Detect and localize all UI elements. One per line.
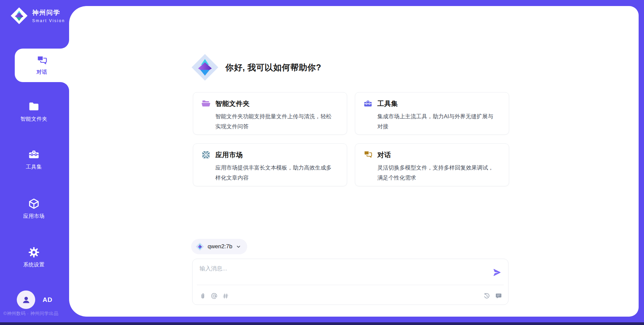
sidebar-item-smart-folders[interactable]: 智能文件夹 bbox=[0, 101, 68, 123]
history-icon bbox=[483, 292, 490, 300]
sidebar-item-label: 应用市场 bbox=[23, 213, 45, 220]
card-description: 智能文件夹功能支持批量文件上传与清洗，轻松实现文件问答 bbox=[215, 111, 335, 131]
toolbox-icon bbox=[28, 148, 40, 160]
history-button[interactable] bbox=[483, 292, 490, 300]
card-toolset[interactable]: 工具集 集成市场上主流工具，助力AI与外界无缝扩展与对接 bbox=[355, 92, 509, 135]
card-title: 智能文件夹 bbox=[215, 99, 250, 108]
app-root: 神州问学 Smart Vision 对话 智能文件夹 bbox=[0, 0, 644, 325]
sidebar-item-toolset[interactable]: 工具集 bbox=[0, 148, 68, 171]
main-panel: 你好, 我可以如何帮助你? 智能文件夹 智能文件夹功能支持批量文件上传与清洗，轻… bbox=[69, 6, 639, 317]
brand-subtitle: Smart Vision bbox=[32, 18, 65, 23]
brand-diamond-icon bbox=[10, 7, 28, 25]
model-name: qwen2:7b bbox=[208, 243, 232, 250]
model-selector[interactable]: qwen2:7b bbox=[191, 239, 247, 254]
user-initials: AD bbox=[43, 296, 52, 304]
composer-toolbar bbox=[199, 289, 502, 303]
chevron-down-icon bbox=[236, 244, 241, 249]
assistant-diamond-icon bbox=[191, 53, 219, 82]
toolbox-icon bbox=[363, 99, 373, 108]
tab-curve-top bbox=[60, 40, 69, 49]
sidebar-item-settings[interactable]: 系统设置 bbox=[0, 246, 68, 268]
gear-icon bbox=[28, 246, 40, 258]
mention-button[interactable] bbox=[211, 292, 218, 300]
brand: 神州问学 Smart Vision bbox=[10, 7, 65, 25]
chat-bubbles-icon bbox=[36, 55, 48, 66]
card-title: 对话 bbox=[377, 150, 391, 159]
cube-icon bbox=[28, 198, 40, 210]
send-button[interactable] bbox=[492, 267, 502, 277]
card-title: 工具集 bbox=[377, 99, 398, 108]
sidebar-item-app-market[interactable]: 应用市场 bbox=[0, 198, 68, 220]
user-profile[interactable]: AD bbox=[17, 290, 52, 309]
sidebar-item-label: 系统设置 bbox=[23, 261, 45, 268]
card-smart-folders[interactable]: 智能文件夹 智能文件夹功能支持批量文件上传与清洗，轻松实现文件问答 bbox=[193, 92, 347, 135]
sidebar-item-label: 工具集 bbox=[26, 164, 42, 171]
person-icon bbox=[21, 295, 31, 305]
folder-open-icon bbox=[201, 99, 211, 108]
paperclip-icon bbox=[199, 292, 206, 300]
message-composer bbox=[192, 259, 508, 305]
greeting-title: 你好, 我可以如何帮助你? bbox=[225, 62, 321, 73]
sidebar-item-label: 智能文件夹 bbox=[20, 116, 47, 123]
copyright-text: ©神州数码 · 神州问学出品 bbox=[3, 311, 58, 317]
composer-toolbar-right bbox=[483, 292, 502, 300]
card-app-market[interactable]: 应用市场 应用市场提供丰富长文本模板，助力高效生成多样化文章内容 bbox=[193, 143, 347, 186]
composer-divider bbox=[197, 285, 504, 285]
card-description: 应用市场提供丰富长文本模板，助力高效生成多样化文章内容 bbox=[215, 162, 335, 183]
tab-curve-bottom bbox=[60, 82, 69, 91]
card-description: 灵活切换多模型文件，支持多样回复效果调试，满足个性化需求 bbox=[377, 162, 497, 183]
card-chat[interactable]: 对话 灵活切换多模型文件，支持多样回复效果调试，满足个性化需求 bbox=[355, 143, 509, 186]
greeting: 你好, 我可以如何帮助你? bbox=[191, 53, 321, 82]
feature-cards: 智能文件夹 智能文件夹功能支持批量文件上传与清洗，轻松实现文件问答 bbox=[193, 92, 509, 186]
sidebar-item-label: 对话 bbox=[37, 69, 47, 76]
message-input[interactable] bbox=[193, 259, 481, 280]
card-title: 应用市场 bbox=[215, 150, 243, 159]
hash-button[interactable] bbox=[222, 292, 229, 300]
model-diamond-icon bbox=[196, 242, 204, 251]
feedback-button[interactable] bbox=[495, 292, 502, 300]
chat-bubble-icon bbox=[495, 292, 502, 300]
chat-bubbles-icon bbox=[363, 150, 373, 159]
hash-icon bbox=[222, 292, 229, 300]
brand-name: 神州问学 bbox=[32, 8, 65, 17]
attach-button[interactable] bbox=[199, 292, 206, 300]
folder-icon bbox=[28, 101, 40, 113]
brand-text: 神州问学 Smart Vision bbox=[32, 8, 65, 23]
sidebar: 神州问学 Smart Vision 对话 智能文件夹 bbox=[0, 0, 69, 325]
card-description: 集成市场上主流工具，助力AI与外界无缝扩展与对接 bbox=[377, 111, 497, 131]
market-grid-icon bbox=[201, 150, 211, 159]
avatar bbox=[17, 290, 35, 309]
send-icon bbox=[492, 268, 501, 277]
at-sign-icon bbox=[211, 292, 218, 300]
sidebar-item-chat[interactable]: 对话 bbox=[15, 49, 69, 82]
bottom-bar bbox=[0, 322, 644, 325]
